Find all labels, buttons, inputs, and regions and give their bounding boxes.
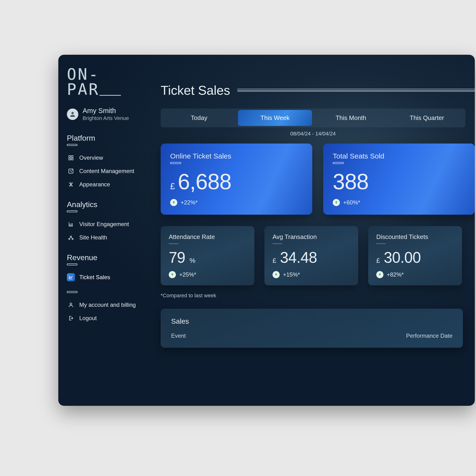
user-venue: Brighton Arts Venue — [83, 115, 129, 121]
sales-table-title: Sales — [171, 317, 452, 325]
app-window: ON- PAR Amy Smith Brighton Arts Venue Pl… — [58, 55, 475, 406]
card-underline — [272, 243, 282, 244]
sidebar-item-label: Visitor Engagement — [79, 221, 129, 227]
card-value: 6,688 — [178, 169, 231, 194]
svg-rect-3 — [69, 158, 70, 160]
design-icon — [67, 180, 75, 188]
sales-table-panel: Sales Event Performance Date — [161, 309, 463, 348]
big-kpi-row: Online Ticket Sales £ 6,688 +22%* Total … — [161, 143, 475, 215]
card-total-seats-sold[interactable]: Total Seats Sold 388 +60%* — [323, 143, 475, 215]
card-underline — [376, 243, 386, 244]
trend-up-icon — [272, 271, 280, 278]
svg-point-6 — [69, 238, 70, 240]
sales-table-header: Event Performance Date — [171, 333, 452, 339]
trend-up-icon — [169, 271, 176, 278]
change-value: +82%* — [387, 271, 404, 278]
user-name: Amy Smith — [83, 107, 129, 115]
card-discounted-tickets[interactable]: Discounted Tickets £ 30.00 +82%* — [368, 226, 462, 285]
sidebar-item-label: Appearance — [79, 181, 110, 188]
card-online-ticket-sales[interactable]: Online Ticket Sales £ 6,688 +22%* — [161, 143, 312, 215]
trend-up-icon — [376, 271, 383, 278]
card-label: Attendance Rate — [169, 233, 246, 241]
page-title: Ticket Sales — [161, 83, 230, 98]
nodes-icon — [67, 234, 75, 241]
main-content: Ticket Sales Today This Week This Month … — [161, 55, 475, 406]
small-kpi-row: Attendance Rate 79 % +25%* Avg Transacti… — [161, 226, 462, 285]
currency-prefix: £ — [376, 257, 380, 264]
sidebar-item-visitor-engagement[interactable]: Visitor Engagement — [67, 218, 145, 231]
card-value: 34.48 — [280, 249, 317, 266]
tab-this-month[interactable]: This Month — [314, 110, 388, 126]
card-value: 30.00 — [384, 249, 421, 266]
card-underline — [170, 162, 181, 164]
card-value: 388 — [333, 169, 369, 194]
section-underline — [67, 210, 77, 212]
currency-prefix: £ — [170, 181, 175, 191]
brand-line-1: ON- — [67, 67, 145, 82]
brand-line-2: PAR — [67, 80, 100, 99]
sidebar-item-label: My account and billing — [79, 302, 136, 308]
svg-rect-2 — [71, 156, 73, 157]
trend-up-icon — [333, 199, 340, 206]
svg-point-8 — [72, 238, 73, 240]
change-value: +25%* — [179, 271, 196, 278]
comparison-footnote: *Compared to last week — [161, 292, 475, 299]
avatar — [67, 108, 78, 120]
card-label: Total Seats Sold — [333, 152, 465, 160]
sidebar-item-ticket-sales[interactable]: Ticket Sales — [67, 271, 145, 284]
grid-icon — [67, 154, 75, 162]
section-underline — [67, 144, 77, 146]
card-label: Discounted Tickets — [376, 233, 454, 241]
line-chart-icon — [67, 273, 75, 281]
tab-this-quarter[interactable]: This Quarter — [390, 110, 464, 126]
person-icon — [67, 301, 75, 309]
sidebar-item-appearance[interactable]: Appearance — [67, 178, 145, 191]
tab-this-week[interactable]: This Week — [238, 110, 312, 126]
sidebar-item-label: Site Health — [79, 234, 107, 241]
card-label: Avg Transaction — [272, 233, 350, 241]
trend-up-icon — [170, 199, 177, 206]
svg-rect-1 — [69, 156, 70, 157]
sidebar-section-title-analytics: Analytics — [67, 200, 145, 209]
bar-chart-icon — [67, 220, 75, 228]
svg-point-7 — [70, 236, 72, 237]
sidebar: ON- PAR Amy Smith Brighton Arts Venue Pl… — [58, 55, 153, 406]
card-attendance-rate[interactable]: Attendance Rate 79 % +25%* — [161, 226, 255, 285]
col-event: Event — [171, 333, 186, 339]
card-label: Online Ticket Sales — [170, 152, 303, 160]
change-value: +15%* — [283, 271, 300, 278]
card-underline — [333, 162, 344, 164]
time-range-tabs: Today This Week This Month This Quarter — [161, 108, 465, 127]
sidebar-section-title-platform: Platform — [67, 134, 145, 143]
logout-icon — [67, 314, 75, 322]
sidebar-section-title-revenue: Revenue — [67, 253, 145, 262]
user-profile[interactable]: Amy Smith Brighton Arts Venue — [67, 107, 145, 121]
section-underline — [67, 291, 77, 293]
sidebar-item-label: Ticket Sales — [79, 274, 110, 281]
sidebar-item-site-health[interactable]: Site Health — [67, 231, 145, 244]
tab-today[interactable]: Today — [162, 110, 236, 126]
page-title-row: Ticket Sales — [161, 83, 475, 98]
change-value: +60%* — [343, 199, 360, 206]
title-rule — [237, 89, 475, 92]
sidebar-item-content-management[interactable]: Content Management — [67, 165, 145, 178]
card-avg-transaction[interactable]: Avg Transaction £ 34.48 +15%* — [264, 226, 358, 285]
sidebar-item-logout[interactable]: Logout — [67, 311, 145, 325]
sidebar-item-account-billing[interactable]: My account and billing — [67, 298, 145, 311]
currency-prefix: £ — [272, 257, 276, 264]
sidebar-item-overview[interactable]: Overview — [67, 151, 145, 165]
svg-rect-4 — [71, 158, 73, 160]
sidebar-item-label: Overview — [79, 154, 103, 161]
sidebar-item-label: Content Management — [79, 168, 134, 174]
section-underline — [67, 263, 77, 265]
card-underline — [169, 243, 178, 244]
brand-logo: ON- PAR — [67, 67, 145, 97]
sidebar-item-label: Logout — [79, 315, 97, 322]
col-performance-date: Performance Date — [406, 333, 452, 339]
change-value: +22%* — [181, 199, 198, 206]
date-range: 08/04/24 - 14/04/24 — [161, 131, 465, 137]
edit-box-icon — [67, 167, 75, 175]
svg-point-0 — [71, 112, 74, 114]
card-value: 79 — [169, 249, 185, 266]
unit: % — [189, 257, 195, 264]
